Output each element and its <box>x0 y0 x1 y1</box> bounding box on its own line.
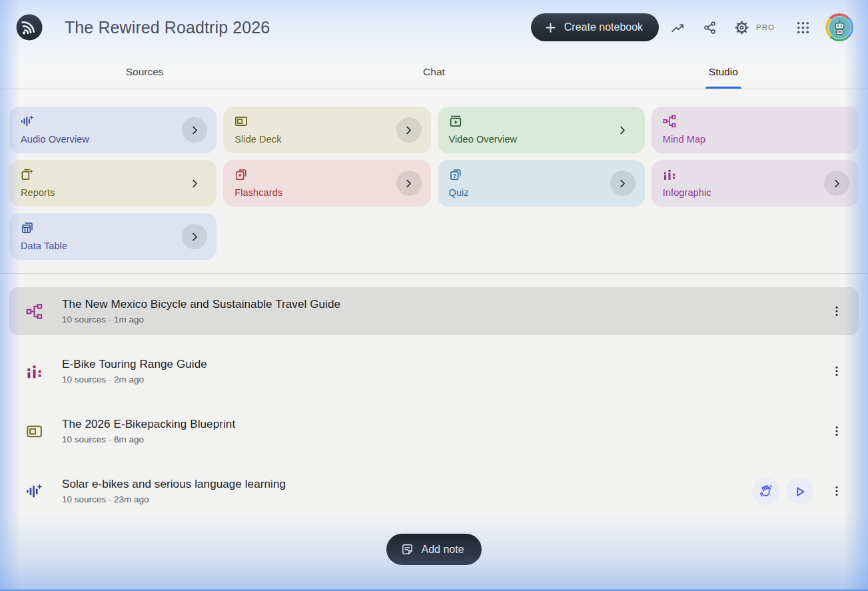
card-label: Reports <box>21 187 206 198</box>
reports-icon <box>21 168 34 181</box>
card-label: Video Overview <box>449 134 634 145</box>
slide-deck-icon <box>234 115 248 128</box>
note-icon <box>401 543 414 556</box>
studio-card-mind-map[interactable]: Mind Map <box>651 107 859 153</box>
infographic-icon <box>663 168 676 181</box>
artifact-actions <box>820 358 849 384</box>
create-notebook-label: Create notebook <box>564 21 643 33</box>
studio-card-flashcards[interactable]: Flashcards <box>223 160 430 207</box>
play-icon <box>793 484 807 498</box>
chevron-right-icon[interactable] <box>396 171 422 196</box>
quiz-icon <box>449 168 462 181</box>
data-table-icon <box>21 221 34 235</box>
card-label: Slide Deck <box>234 134 420 145</box>
share-icon <box>703 21 717 35</box>
trending-up-icon <box>671 21 685 35</box>
plus-icon <box>544 21 557 34</box>
mind-map-icon <box>26 303 43 320</box>
notebooklm-logo-icon[interactable] <box>16 14 43 41</box>
artifact-row-slide-deck[interactable]: The 2026 E-Bikepacking Blueprint 10 sour… <box>9 407 859 455</box>
artifact-text: The 2026 E-Bikepacking Blueprint 10 sour… <box>62 418 235 444</box>
studio-card-reports[interactable]: Reports <box>9 160 217 207</box>
more-options-button[interactable] <box>824 478 849 504</box>
kebab-menu-icon <box>831 365 843 377</box>
chevron-right-icon[interactable] <box>182 224 207 249</box>
chevron-right-icon[interactable] <box>610 117 636 143</box>
studio-card-infographic[interactable]: Infographic <box>651 160 859 207</box>
slide-deck-icon <box>26 423 43 440</box>
google-apps-button[interactable] <box>789 14 816 41</box>
studio-card-video-overview[interactable]: Video Overview <box>438 107 645 153</box>
play-audio-button[interactable] <box>786 478 813 505</box>
analytics-button[interactable] <box>664 14 691 41</box>
chevron-right-icon[interactable] <box>610 171 636 196</box>
artifact-text: Solar e-bikes and serious language learn… <box>62 478 286 504</box>
artifact-meta: 10 sources · 1m ago <box>62 314 340 324</box>
kebab-menu-icon <box>831 485 843 497</box>
share-button[interactable] <box>696 14 723 41</box>
gear-icon <box>735 21 749 35</box>
artifact-meta: 10 sources · 2m ago <box>62 374 207 384</box>
studio-cards-grid: Audio Overview Slide Deck Video Overview… <box>0 89 868 273</box>
chevron-right-icon[interactable] <box>182 171 207 196</box>
add-note-row: Add note <box>0 527 868 565</box>
artifact-actions <box>752 478 849 505</box>
video-overview-icon <box>449 115 462 128</box>
artifact-actions <box>820 298 849 324</box>
card-label: Flashcards <box>234 187 420 198</box>
avatar-image <box>828 16 851 39</box>
notebooklm-studio-page: The Rewired Roadtrip 2026 Create noteboo… <box>0 0 868 591</box>
chevron-right-icon[interactable] <box>396 117 422 143</box>
artifact-text: E-Bike Touring Range Guide 10 sources · … <box>62 358 207 384</box>
account-avatar[interactable] <box>825 13 853 41</box>
more-options-button[interactable] <box>824 298 849 324</box>
card-label: Mind Map <box>663 134 848 145</box>
artifact-row-mind-map[interactable]: The New Mexico Bicycle and Sustainable T… <box>9 287 859 335</box>
kebab-menu-icon <box>831 425 843 437</box>
audio-overview-icon <box>26 483 43 500</box>
studio-card-quiz[interactable]: Quiz <box>438 160 645 207</box>
notebook-title[interactable]: The Rewired Roadtrip 2026 <box>65 18 270 37</box>
artifact-row-infographic[interactable]: E-Bike Touring Range Guide 10 sources · … <box>9 347 859 395</box>
app-header: The Rewired Roadtrip 2026 Create noteboo… <box>0 0 868 55</box>
artifact-meta: 10 sources · 6m ago <box>62 434 235 444</box>
mind-map-icon <box>663 115 676 128</box>
artifact-meta: 10 sources · 23m ago <box>62 494 286 504</box>
tab-sources[interactable]: Sources <box>0 55 289 89</box>
card-label: Audio Overview <box>21 134 206 145</box>
studio-card-data-table[interactable]: Data Table <box>9 213 217 260</box>
robot-avatar-icon <box>831 19 849 37</box>
studio-card-audio-overview[interactable]: Audio Overview <box>9 107 217 153</box>
chevron-right-icon[interactable] <box>824 171 849 196</box>
header-actions: Create notebook PRO <box>531 13 853 41</box>
artifact-row-audio-overview[interactable]: Solar e-bikes and serious language learn… <box>9 467 859 515</box>
artifact-actions <box>820 418 849 444</box>
infographic-icon <box>26 363 43 380</box>
studio-card-slide-deck[interactable]: Slide Deck <box>223 107 430 153</box>
settings-button[interactable] <box>728 14 755 41</box>
more-options-button[interactable] <box>824 358 849 384</box>
artifact-title: E-Bike Touring Range Guide <box>62 358 207 371</box>
waving-hand-icon <box>759 484 773 498</box>
chevron-right-icon[interactable] <box>182 117 207 143</box>
card-label: Data Table <box>21 241 206 251</box>
pro-badge: PRO <box>756 23 775 31</box>
apps-grid-icon <box>796 21 810 35</box>
audio-overview-icon <box>21 115 34 128</box>
artifact-text: The New Mexico Bicycle and Sustainable T… <box>62 298 340 324</box>
create-notebook-button[interactable]: Create notebook <box>531 13 659 41</box>
tab-chat[interactable]: Chat <box>289 55 578 89</box>
tab-studio[interactable]: Studio <box>579 55 868 89</box>
artifact-title: The New Mexico Bicycle and Sustainable T… <box>62 298 340 311</box>
card-label: Infographic <box>663 187 848 198</box>
kebab-menu-icon <box>831 305 843 317</box>
artifact-title: The 2026 E-Bikepacking Blueprint <box>62 418 235 431</box>
add-note-button[interactable]: Add note <box>386 534 481 565</box>
add-note-label: Add note <box>421 544 464 556</box>
artifact-list: The New Mexico Bicycle and Sustainable T… <box>0 274 868 515</box>
interactive-mode-button[interactable] <box>752 478 779 505</box>
card-label: Quiz <box>449 187 634 198</box>
main-tabbar: Sources Chat Studio <box>0 55 868 89</box>
artifact-title: Solar e-bikes and serious language learn… <box>62 478 286 491</box>
more-options-button[interactable] <box>824 418 849 444</box>
